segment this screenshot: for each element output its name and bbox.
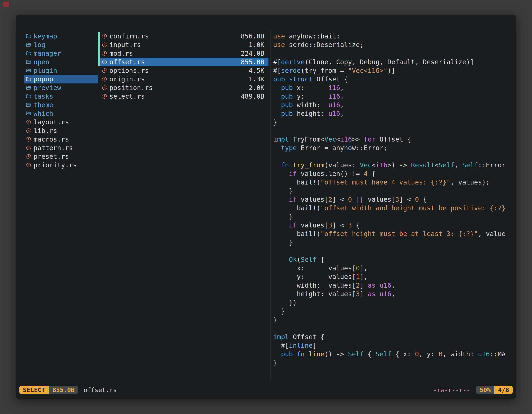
code-line: } — [273, 212, 515, 221]
folder-icon — [26, 68, 31, 73]
file-row-mod-rs[interactable]: Rmod.rs224.0B — [100, 49, 268, 58]
sidebar-dir-keymap[interactable]: keymap — [24, 32, 98, 40]
sidebar-file-layout-rs[interactable]: Rlayout.rs — [24, 118, 98, 126]
code-line: pub width: u16, — [273, 101, 515, 109]
file-name: offset.rs — [109, 58, 145, 66]
code-line: use serde::Deserialize; — [273, 40, 515, 49]
svg-text:R: R — [104, 69, 105, 72]
code-line: } — [273, 187, 515, 195]
scroll-percent-badge: 50% — [476, 386, 494, 394]
item-label: tasks — [34, 92, 53, 101]
terminal-window: keymaplogmanageropenpluginpopuppreviewta… — [16, 15, 516, 399]
svg-text:R: R — [104, 43, 105, 47]
rust-file-icon: R — [102, 42, 107, 48]
file-name: origin.rs — [109, 75, 145, 83]
parent-pane: keymaplogmanageropenpluginpopuppreviewta… — [24, 32, 98, 169]
folder-icon — [26, 59, 31, 65]
rust-file-icon: R — [102, 68, 107, 73]
item-label: preset.rs — [34, 152, 69, 161]
code-line: #[derive(Clone, Copy, Debug, Default, De… — [273, 58, 515, 66]
rust-file-icon: R — [26, 136, 31, 142]
sidebar-dir-tasks[interactable]: tasks — [24, 92, 98, 101]
sidebar-file-pattern-rs[interactable]: Rpattern.rs — [24, 144, 98, 152]
selection-marker-bar — [98, 32, 100, 66]
item-label: preview — [34, 83, 61, 92]
svg-text:R: R — [28, 155, 30, 158]
rust-file-icon: R — [102, 33, 107, 39]
folder-icon — [26, 102, 31, 108]
svg-text:R: R — [28, 120, 30, 124]
svg-text:R: R — [28, 164, 30, 167]
sidebar-file-priority-rs[interactable]: Rpriority.rs — [24, 161, 98, 169]
file-row-offset-rs[interactable]: Roffset.rs855.0B — [100, 58, 268, 66]
item-label: lib.rs — [34, 126, 57, 135]
code-line: height: values[3] as u16, — [273, 290, 515, 298]
file-name: options.rs — [109, 66, 149, 75]
code-line: impl Offset { — [273, 333, 515, 341]
code-line: } — [273, 307, 515, 315]
svg-text:R: R — [104, 95, 105, 98]
pane-divider — [270, 30, 270, 381]
file-size: 4.5K — [249, 66, 264, 75]
code-line: bail!("offset must have 4 values: {:?}",… — [273, 178, 515, 187]
folder-icon — [26, 111, 31, 116]
code-line: #[serde(try_from = "Vec<i16>")] — [273, 66, 515, 75]
folder-icon — [26, 94, 31, 99]
code-line: if values[3] < 3 { — [273, 221, 515, 230]
folder-icon — [26, 50, 31, 56]
status-bar: SELECT 855.0B offset.rs -rw-r--r-- 50% 4… — [19, 386, 513, 394]
file-row-position-rs[interactable]: Rposition.rs2.0K — [100, 83, 268, 92]
code-line: pub height: u16, — [273, 109, 515, 118]
sidebar-file-preset-rs[interactable]: Rpreset.rs — [24, 152, 98, 161]
code-line: use anyhow::bail; — [273, 32, 515, 40]
svg-text:R: R — [104, 86, 105, 89]
file-name: confirm.rs — [109, 32, 149, 40]
code-line: if values[2] < 0 || values[3] < 0 { — [273, 195, 515, 204]
size-badge: 855.0B — [49, 386, 78, 394]
code-line: impl TryFrom<Vec<i16>> for Offset { — [273, 135, 515, 144]
code-line: #[inline] — [273, 341, 515, 350]
file-row-input-rs[interactable]: Rinput.rs1.0K — [100, 40, 268, 49]
sidebar-dir-manager[interactable]: manager — [24, 49, 98, 58]
file-size: 489.0B — [241, 92, 264, 101]
sidebar-dir-preview[interactable]: preview — [24, 83, 98, 92]
file-size: 1.3K — [249, 75, 264, 83]
code-line — [273, 126, 515, 135]
sidebar-file-macros-rs[interactable]: Rmacros.rs — [24, 135, 98, 144]
sidebar-dir-open[interactable]: open — [24, 58, 98, 66]
code-line — [273, 49, 515, 58]
code-line: } — [273, 238, 515, 247]
code-line — [273, 152, 515, 161]
code-line: pub y: i16, — [273, 92, 515, 101]
sidebar-file-lib-rs[interactable]: Rlib.rs — [24, 126, 98, 135]
preview-pane: use anyhow::bail;use serde::Deserialize;… — [273, 32, 515, 380]
sidebar-dir-theme[interactable]: theme — [24, 101, 98, 109]
svg-text:R: R — [28, 138, 30, 141]
item-label: which — [34, 109, 53, 118]
item-label: theme — [34, 101, 53, 109]
file-row-select-rs[interactable]: Rselect.rs489.0B — [100, 92, 268, 101]
code-line: } — [273, 315, 515, 324]
sidebar-dir-plugin[interactable]: plugin — [24, 66, 98, 75]
file-size: 1.0K — [249, 40, 264, 49]
item-label: layout.rs — [34, 118, 69, 126]
rust-file-icon: R — [102, 59, 107, 65]
sidebar-dir-log[interactable]: log — [24, 40, 98, 49]
folder-icon — [26, 42, 31, 48]
sidebar-dir-popup[interactable]: popup — [24, 75, 98, 83]
rust-file-icon: R — [26, 162, 31, 168]
item-label: popup — [34, 75, 53, 83]
file-row-options-rs[interactable]: Roptions.rs4.5K — [100, 66, 268, 75]
file-size: 224.0B — [241, 49, 264, 58]
file-permissions: -rw-r--r-- — [433, 386, 470, 394]
folder-icon — [26, 85, 31, 91]
sidebar-dir-which[interactable]: which — [24, 109, 98, 118]
code-line: }) — [273, 298, 515, 307]
file-row-origin-rs[interactable]: Rorigin.rs1.3K — [100, 75, 268, 83]
svg-text:R: R — [104, 77, 105, 81]
item-label: manager — [34, 49, 61, 58]
code-line: Ok(Self { — [273, 255, 515, 264]
file-row-confirm-rs[interactable]: Rconfirm.rs856.0B — [100, 32, 268, 40]
code-line: bail!("offset height must be at least 3:… — [273, 230, 515, 238]
svg-text:R: R — [104, 52, 105, 55]
